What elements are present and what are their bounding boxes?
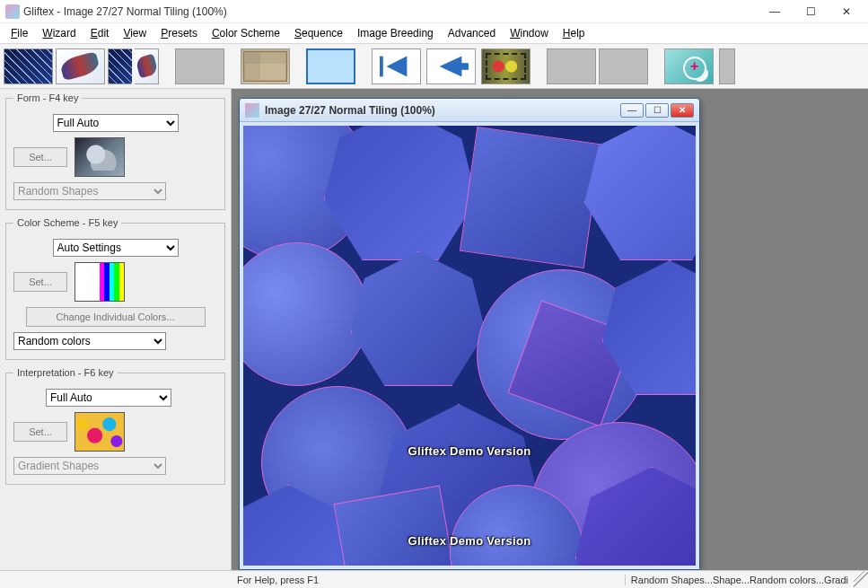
interp-thumb-icon	[75, 412, 125, 452]
svg-marker-1	[387, 56, 408, 76]
toolbar-btn-gray-1[interactable]	[175, 48, 224, 84]
image-window-title: Image 27/27 Normal Tiling (100%)	[265, 104, 620, 117]
interp-style-select[interactable]: Gradient Shapes	[13, 457, 166, 475]
toolbar-btn-dimensions[interactable]	[306, 48, 355, 84]
statusbar: For Help, press F1 Random Shapes...Shape…	[0, 570, 868, 588]
toolbar-btn-thumb-2b[interactable]	[135, 48, 159, 84]
toolbar-btn-zoom-in[interactable]	[664, 48, 714, 84]
menu-color-scheme[interactable]: Color Scheme	[205, 25, 287, 41]
color-set-button[interactable]: Set...	[13, 272, 67, 292]
toolbar-btn-filmstrip[interactable]	[481, 48, 530, 84]
toolbar-btn-prev[interactable]	[426, 48, 476, 84]
toolbar-btn-feather-1[interactable]	[56, 48, 105, 84]
app-title: Gliftex - Image 27/27 Normal Tiling (100…	[23, 5, 757, 18]
menu-window[interactable]: Window	[503, 25, 556, 41]
prev-arrow-icon	[427, 49, 475, 83]
toolbar-btn-tiles[interactable]	[241, 48, 290, 84]
color-thumb-icon	[75, 262, 125, 302]
image-canvas: Gliftex Demo Version Gliftex Demo Versio…	[243, 126, 696, 566]
menu-presets[interactable]: Presets	[153, 25, 205, 41]
panel-interp-legend: Interpretation - F6 key	[13, 367, 118, 378]
menu-sequence[interactable]: Sequence	[287, 25, 350, 41]
app-icon	[5, 4, 20, 19]
panel-form-legend: Form - F4 key	[13, 92, 82, 103]
form-thumb-icon	[75, 137, 125, 177]
side-panel: Form - F4 key Full Auto Set... Random Sh…	[0, 89, 232, 570]
watermark-2: Gliftex Demo Version	[243, 534, 696, 548]
menu-edit[interactable]: Edit	[83, 25, 117, 41]
window-maximize-button[interactable]: ☐	[793, 0, 829, 23]
menu-wizard[interactable]: Wizard	[35, 25, 83, 41]
image-window-minimize[interactable]: —	[620, 103, 644, 118]
toolbar-btn-gray-4[interactable]	[719, 48, 735, 84]
menu-advanced[interactable]: Advanced	[441, 25, 503, 41]
panel-form: Form - F4 key Full Auto Set... Random Sh…	[5, 92, 225, 210]
toolbar-btn-thumb-2a[interactable]	[108, 48, 132, 84]
watermark-1: Gliftex Demo Version	[243, 444, 696, 458]
app-titlebar: Gliftex - Image 27/27 Normal Tiling (100…	[0, 0, 868, 23]
menubar: File Wizard Edit View Presets Color Sche…	[0, 23, 868, 44]
window-minimize-button[interactable]: —	[757, 0, 793, 23]
form-set-button[interactable]: Set...	[13, 147, 67, 167]
mdi-workspace[interactable]: Image 27/27 Normal Tiling (100%) — ☐ ✕	[232, 89, 868, 570]
menu-image-breeding[interactable]: Image Breeding	[350, 25, 441, 41]
menu-view[interactable]: View	[116, 25, 153, 41]
toolbar-btn-gray-2[interactable]	[547, 48, 596, 84]
panel-color-legend: Color Scheme - F5 key	[13, 217, 121, 228]
image-window[interactable]: Image 27/27 Normal Tiling (100%) — ☐ ✕	[239, 98, 700, 570]
image-window-icon	[245, 103, 259, 118]
svg-rect-0	[380, 56, 383, 76]
color-palette-select[interactable]: Random colors	[13, 332, 166, 350]
toolbar	[0, 44, 868, 89]
form-mode-select[interactable]: Full Auto	[53, 114, 179, 132]
first-arrow-icon	[373, 49, 420, 83]
window-controls: — ☐ ✕	[757, 0, 864, 23]
panel-interpretation: Interpretation - F6 key Full Auto Set...…	[5, 367, 225, 485]
toolbar-btn-lightning-1[interactable]	[4, 48, 53, 84]
toolbar-btn-gray-3[interactable]	[599, 48, 648, 84]
menu-file[interactable]: File	[4, 25, 35, 41]
menu-help[interactable]: Help	[556, 25, 592, 41]
change-colors-button[interactable]: Change Individual Colors...	[26, 307, 206, 327]
image-window-maximize[interactable]: ☐	[645, 103, 669, 118]
color-mode-select[interactable]: Auto Settings	[53, 239, 179, 257]
status-summary-text: Random Shapes...Shape...Random colors...…	[625, 575, 854, 585]
form-shape-select[interactable]: Random Shapes	[13, 182, 166, 200]
window-close-button[interactable]: ✕	[829, 0, 864, 23]
status-help-text: For Help, press F1	[232, 575, 625, 585]
toolbar-btn-first[interactable]	[372, 48, 421, 84]
interp-mode-select[interactable]: Full Auto	[46, 389, 171, 407]
image-window-titlebar[interactable]: Image 27/27 Normal Tiling (100%) — ☐ ✕	[240, 99, 699, 122]
resize-grip-icon[interactable]	[854, 571, 868, 589]
svg-rect-3	[459, 63, 469, 70]
image-window-close[interactable]: ✕	[671, 103, 694, 118]
interp-set-button[interactable]: Set...	[13, 422, 67, 442]
panel-color: Color Scheme - F5 key Auto Settings Set.…	[5, 217, 225, 360]
